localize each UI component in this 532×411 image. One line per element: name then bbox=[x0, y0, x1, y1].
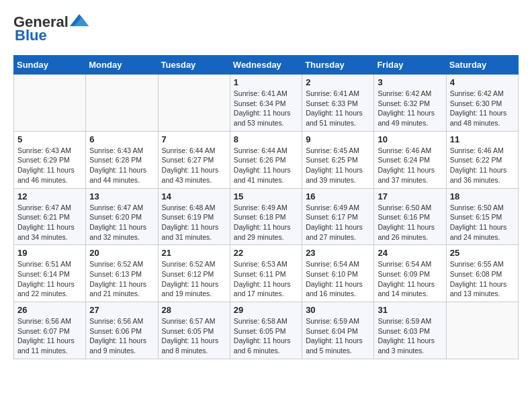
calendar-cell: 26Sunrise: 6:56 AM Sunset: 6:07 PM Dayli… bbox=[14, 302, 86, 359]
day-number: 26 bbox=[17, 305, 82, 315]
day-number: 10 bbox=[378, 134, 442, 144]
day-info: Sunrise: 6:59 AM Sunset: 6:03 PM Dayligh… bbox=[378, 316, 442, 356]
calendar-cell: 30Sunrise: 6:59 AM Sunset: 6:04 PM Dayli… bbox=[302, 302, 374, 359]
day-info: Sunrise: 6:41 AM Sunset: 6:34 PM Dayligh… bbox=[234, 89, 298, 128]
calendar-cell: 28Sunrise: 6:57 AM Sunset: 6:05 PM Dayli… bbox=[158, 302, 230, 359]
day-info: Sunrise: 6:50 AM Sunset: 6:15 PM Dayligh… bbox=[450, 203, 515, 242]
day-number: 14 bbox=[162, 191, 226, 201]
day-number: 17 bbox=[378, 191, 442, 201]
calendar-cell: 24Sunrise: 6:54 AM Sunset: 6:09 PM Dayli… bbox=[374, 245, 446, 302]
weekday-header-friday: Friday bbox=[374, 56, 446, 75]
day-info: Sunrise: 6:54 AM Sunset: 6:10 PM Dayligh… bbox=[306, 259, 370, 299]
day-number: 19 bbox=[17, 248, 82, 258]
day-number: 2 bbox=[306, 77, 370, 87]
day-number: 22 bbox=[234, 248, 298, 258]
day-number: 30 bbox=[306, 305, 370, 315]
calendar-week-5: 26Sunrise: 6:56 AM Sunset: 6:07 PM Dayli… bbox=[14, 302, 519, 359]
day-info: Sunrise: 6:44 AM Sunset: 6:26 PM Dayligh… bbox=[234, 146, 298, 185]
calendar-cell bbox=[158, 75, 230, 132]
calendar-table: SundayMondayTuesdayWednesdayThursdayFrid… bbox=[13, 55, 519, 359]
day-info: Sunrise: 6:46 AM Sunset: 6:24 PM Dayligh… bbox=[378, 146, 442, 185]
day-number: 29 bbox=[234, 305, 298, 315]
calendar-cell: 15Sunrise: 6:49 AM Sunset: 6:18 PM Dayli… bbox=[230, 188, 302, 245]
day-info: Sunrise: 6:43 AM Sunset: 6:29 PM Dayligh… bbox=[17, 146, 82, 185]
calendar-cell: 19Sunrise: 6:51 AM Sunset: 6:14 PM Dayli… bbox=[14, 245, 86, 302]
calendar-cell: 31Sunrise: 6:59 AM Sunset: 6:03 PM Dayli… bbox=[374, 302, 446, 359]
day-info: Sunrise: 6:52 AM Sunset: 6:13 PM Dayligh… bbox=[89, 259, 154, 299]
calendar-cell: 13Sunrise: 6:47 AM Sunset: 6:20 PM Dayli… bbox=[86, 188, 158, 245]
day-number: 23 bbox=[306, 248, 370, 258]
day-info: Sunrise: 6:53 AM Sunset: 6:11 PM Dayligh… bbox=[234, 259, 298, 299]
day-info: Sunrise: 6:50 AM Sunset: 6:16 PM Dayligh… bbox=[378, 203, 442, 242]
day-info: Sunrise: 6:47 AM Sunset: 6:21 PM Dayligh… bbox=[17, 203, 82, 242]
calendar-cell: 23Sunrise: 6:54 AM Sunset: 6:10 PM Dayli… bbox=[302, 245, 374, 302]
day-info: Sunrise: 6:58 AM Sunset: 6:05 PM Dayligh… bbox=[234, 316, 298, 356]
calendar-cell: 5Sunrise: 6:43 AM Sunset: 6:29 PM Daylig… bbox=[14, 131, 86, 188]
calendar-cell: 25Sunrise: 6:55 AM Sunset: 6:08 PM Dayli… bbox=[446, 245, 518, 302]
calendar-cell: 18Sunrise: 6:50 AM Sunset: 6:15 PM Dayli… bbox=[446, 188, 518, 245]
calendar-cell: 29Sunrise: 6:58 AM Sunset: 6:05 PM Dayli… bbox=[230, 302, 302, 359]
calendar-cell: 16Sunrise: 6:49 AM Sunset: 6:17 PM Dayli… bbox=[302, 188, 374, 245]
weekday-header-sunday: Sunday bbox=[14, 56, 86, 75]
day-info: Sunrise: 6:56 AM Sunset: 6:06 PM Dayligh… bbox=[89, 316, 154, 356]
calendar-cell bbox=[14, 75, 86, 132]
logo-blue: Blue bbox=[15, 27, 47, 44]
calendar-cell: 2Sunrise: 6:41 AM Sunset: 6:33 PM Daylig… bbox=[302, 75, 374, 132]
day-info: Sunrise: 6:49 AM Sunset: 6:18 PM Dayligh… bbox=[234, 203, 298, 242]
calendar-cell: 6Sunrise: 6:43 AM Sunset: 6:28 PM Daylig… bbox=[86, 131, 158, 188]
day-info: Sunrise: 6:42 AM Sunset: 6:30 PM Dayligh… bbox=[450, 89, 515, 128]
calendar-cell: 17Sunrise: 6:50 AM Sunset: 6:16 PM Dayli… bbox=[374, 188, 446, 245]
day-number: 9 bbox=[306, 134, 370, 144]
day-info: Sunrise: 6:46 AM Sunset: 6:22 PM Dayligh… bbox=[450, 146, 515, 185]
day-number: 16 bbox=[306, 191, 370, 201]
day-number: 8 bbox=[234, 134, 298, 144]
weekday-header-thursday: Thursday bbox=[302, 56, 374, 75]
calendar-cell: 4Sunrise: 6:42 AM Sunset: 6:30 PM Daylig… bbox=[446, 75, 518, 132]
day-number: 4 bbox=[450, 77, 515, 87]
day-info: Sunrise: 6:48 AM Sunset: 6:19 PM Dayligh… bbox=[162, 203, 226, 242]
calendar-cell: 22Sunrise: 6:53 AM Sunset: 6:11 PM Dayli… bbox=[230, 245, 302, 302]
weekday-header-monday: Monday bbox=[86, 56, 158, 75]
calendar-cell: 27Sunrise: 6:56 AM Sunset: 6:06 PM Dayli… bbox=[86, 302, 158, 359]
day-number: 24 bbox=[378, 248, 442, 258]
day-info: Sunrise: 6:42 AM Sunset: 6:32 PM Dayligh… bbox=[378, 89, 442, 128]
calendar-cell bbox=[446, 302, 518, 359]
calendar-cell: 3Sunrise: 6:42 AM Sunset: 6:32 PM Daylig… bbox=[374, 75, 446, 132]
day-number: 15 bbox=[234, 191, 298, 201]
calendar-cell bbox=[86, 75, 158, 132]
calendar-cell: 8Sunrise: 6:44 AM Sunset: 6:26 PM Daylig… bbox=[230, 131, 302, 188]
day-info: Sunrise: 6:52 AM Sunset: 6:12 PM Dayligh… bbox=[162, 259, 226, 299]
day-number: 18 bbox=[450, 191, 515, 201]
day-info: Sunrise: 6:59 AM Sunset: 6:04 PM Dayligh… bbox=[306, 316, 370, 356]
calendar-cell: 20Sunrise: 6:52 AM Sunset: 6:13 PM Dayli… bbox=[86, 245, 158, 302]
weekday-header-wednesday: Wednesday bbox=[230, 56, 302, 75]
calendar-cell: 9Sunrise: 6:45 AM Sunset: 6:25 PM Daylig… bbox=[302, 131, 374, 188]
page-header: General Blue bbox=[13, 13, 519, 44]
day-info: Sunrise: 6:57 AM Sunset: 6:05 PM Dayligh… bbox=[162, 316, 226, 356]
day-number: 5 bbox=[17, 134, 82, 144]
day-info: Sunrise: 6:51 AM Sunset: 6:14 PM Dayligh… bbox=[17, 259, 82, 299]
calendar-cell: 11Sunrise: 6:46 AM Sunset: 6:22 PM Dayli… bbox=[446, 131, 518, 188]
calendar-week-4: 19Sunrise: 6:51 AM Sunset: 6:14 PM Dayli… bbox=[14, 245, 519, 302]
day-number: 3 bbox=[378, 77, 442, 87]
day-info: Sunrise: 6:44 AM Sunset: 6:27 PM Dayligh… bbox=[162, 146, 226, 185]
day-info: Sunrise: 6:54 AM Sunset: 6:09 PM Dayligh… bbox=[378, 259, 442, 299]
calendar-week-1: 1Sunrise: 6:41 AM Sunset: 6:34 PM Daylig… bbox=[14, 75, 519, 132]
day-number: 31 bbox=[378, 305, 442, 315]
calendar-cell: 7Sunrise: 6:44 AM Sunset: 6:27 PM Daylig… bbox=[158, 131, 230, 188]
calendar-week-3: 12Sunrise: 6:47 AM Sunset: 6:21 PM Dayli… bbox=[14, 188, 519, 245]
day-info: Sunrise: 6:49 AM Sunset: 6:17 PM Dayligh… bbox=[306, 203, 370, 242]
day-number: 27 bbox=[89, 305, 154, 315]
day-number: 6 bbox=[89, 134, 154, 144]
calendar-cell: 14Sunrise: 6:48 AM Sunset: 6:19 PM Dayli… bbox=[158, 188, 230, 245]
calendar-week-2: 5Sunrise: 6:43 AM Sunset: 6:29 PM Daylig… bbox=[14, 131, 519, 188]
day-info: Sunrise: 6:55 AM Sunset: 6:08 PM Dayligh… bbox=[450, 259, 515, 299]
day-info: Sunrise: 6:47 AM Sunset: 6:20 PM Dayligh… bbox=[89, 203, 154, 242]
day-info: Sunrise: 6:41 AM Sunset: 6:33 PM Dayligh… bbox=[306, 89, 370, 128]
day-number: 13 bbox=[89, 191, 154, 201]
day-info: Sunrise: 6:43 AM Sunset: 6:28 PM Dayligh… bbox=[89, 146, 154, 185]
day-number: 21 bbox=[162, 248, 226, 258]
day-number: 11 bbox=[450, 134, 515, 144]
day-number: 12 bbox=[17, 191, 82, 201]
weekday-header-tuesday: Tuesday bbox=[158, 56, 230, 75]
